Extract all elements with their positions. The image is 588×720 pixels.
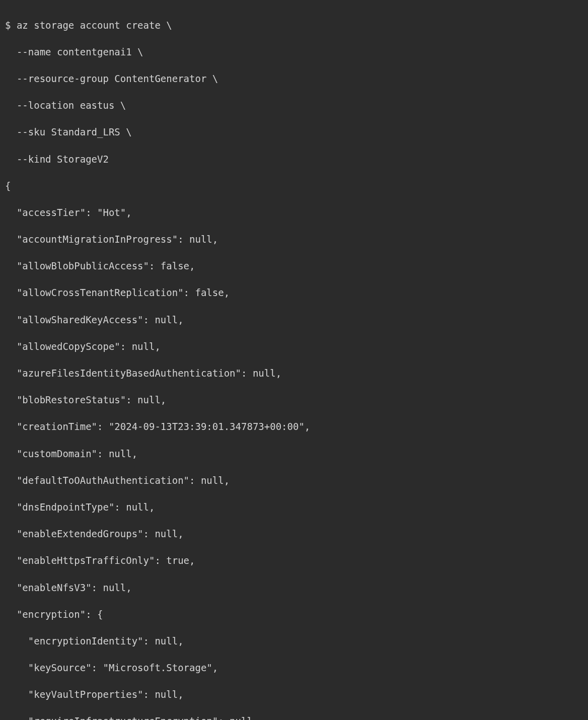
json-output-line: "enableExtendedGroups": null, xyxy=(5,527,588,541)
json-output-line: "enableHttpsTrafficOnly": true, xyxy=(5,554,588,567)
json-output-line: "encryptionIdentity": null, xyxy=(5,634,588,648)
json-output-line: "defaultToOAuthAuthentication": null, xyxy=(5,474,588,487)
json-output-line: "keyVaultProperties": null, xyxy=(5,688,588,701)
command-line-3: --resource-group ContentGenerator \ xyxy=(5,72,588,86)
command-line-2: --name contentgenai1 \ xyxy=(5,45,588,59)
json-output-line: "dnsEndpointType": null, xyxy=(5,500,588,514)
json-output-line: "customDomain": null, xyxy=(5,447,588,461)
shell-prompt: $ xyxy=(5,20,17,31)
command-line-5: --sku Standard_LRS \ xyxy=(5,125,588,139)
command-line-6: --kind StorageV2 xyxy=(5,153,588,166)
json-output-line: "allowSharedKeyAccess": null, xyxy=(5,313,588,327)
json-output-line: "azureFilesIdentityBasedAuthentication":… xyxy=(5,367,588,380)
json-output-line: "blobRestoreStatus": null, xyxy=(5,393,588,407)
json-output-line: "encryption": { xyxy=(5,608,588,621)
json-output-line: { xyxy=(5,179,588,193)
json-output-line: "creationTime": "2024-09-13T23:39:01.347… xyxy=(5,420,588,434)
json-output-line: "keySource": "Microsoft.Storage", xyxy=(5,661,588,675)
json-output-line: "requireInfrastructureEncryption": null, xyxy=(5,714,588,720)
command-line-1: az storage account create \ xyxy=(17,20,172,31)
json-output-line: "enableNfsV3": null, xyxy=(5,581,588,595)
json-output-line: "allowBlobPublicAccess": false, xyxy=(5,259,588,273)
json-output-line: "allowCrossTenantReplication": false, xyxy=(5,286,588,300)
json-output-line: "accountMigrationInProgress": null, xyxy=(5,233,588,246)
command-line-4: --location eastus \ xyxy=(5,99,588,112)
terminal-output[interactable]: $ az storage account create \ --name con… xyxy=(5,5,588,720)
json-output-line: "accessTier": "Hot", xyxy=(5,206,588,220)
json-output-line: "allowedCopyScope": null, xyxy=(5,340,588,353)
